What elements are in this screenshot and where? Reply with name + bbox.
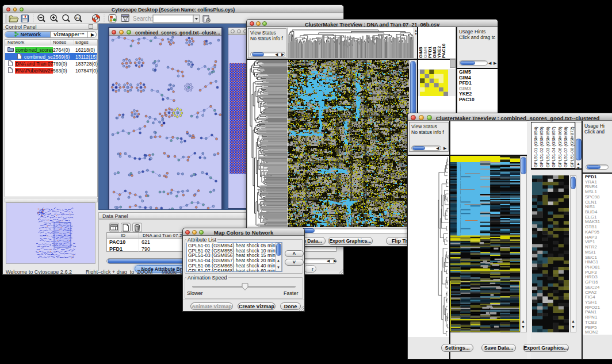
svg-text:GPL51-01 (GSM854): GPL51-01 (GSM854)	[533, 127, 538, 167]
svg-text:GPL51-07 (GSM868): GPL51-07 (GSM868)	[563, 127, 568, 167]
svg-text:PAC10: PAC10	[441, 43, 446, 58]
svg-text:Search:: Search:	[133, 16, 152, 22]
svg-text:GPL51-08 (GSM872): GPL51-08 (GSM872)	[569, 127, 575, 167]
svg-text:1:1: 1:1	[75, 16, 80, 20]
svg-text:GPL51-06 (GSM865): GPL51-06 (GSM865)	[557, 127, 563, 167]
svg-text:GPL51-04 (GSM857): GPL51-04 (GSM857)	[551, 127, 556, 167]
svg-text:GPL51-03 (GSM856): GPL51-03 (GSM856)	[545, 127, 550, 167]
svg-text:GPL51-02 (GSM855): GPL51-02 (GSM855)	[539, 127, 544, 167]
